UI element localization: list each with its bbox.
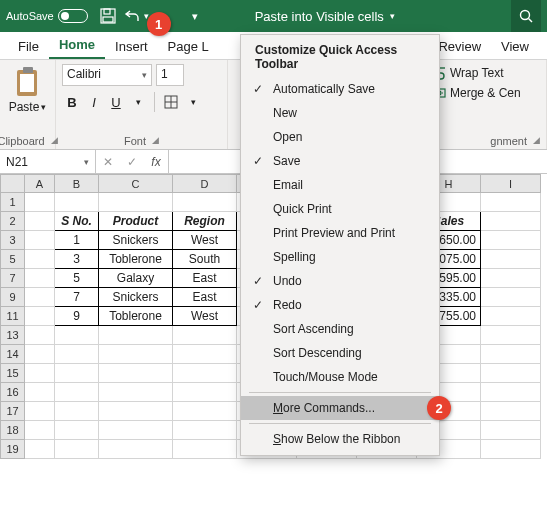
row-header[interactable]: 1: [1, 193, 25, 212]
paste-button[interactable]: Paste▾: [6, 64, 49, 114]
cell[interactable]: [99, 402, 173, 421]
cell[interactable]: [99, 383, 173, 402]
cell[interactable]: [173, 440, 237, 459]
bold-button[interactable]: B: [62, 92, 82, 112]
cell[interactable]: [481, 212, 541, 231]
cell[interactable]: [481, 421, 541, 440]
cell[interactable]: Galaxy: [99, 269, 173, 288]
qat-menu-item[interactable]: New: [241, 101, 439, 125]
cell[interactable]: Snickers: [99, 288, 173, 307]
cell[interactable]: 9: [55, 307, 99, 326]
cell[interactable]: [25, 250, 55, 269]
cell[interactable]: [481, 307, 541, 326]
row-header[interactable]: 16: [1, 383, 25, 402]
border-dd-icon[interactable]: ▾: [183, 92, 203, 112]
qat-menu-item[interactable]: Touch/Mouse Mode: [241, 365, 439, 389]
cell[interactable]: [25, 212, 55, 231]
row-header[interactable]: 7: [1, 269, 25, 288]
tab-page-layout[interactable]: Page L: [158, 35, 219, 59]
cell[interactable]: [25, 421, 55, 440]
row-header[interactable]: 5: [1, 250, 25, 269]
qat-menu-item[interactable]: ✓Save: [241, 149, 439, 173]
fx-icon[interactable]: fx: [144, 155, 168, 169]
cell[interactable]: [25, 231, 55, 250]
cell[interactable]: Toblerone: [99, 250, 173, 269]
cell[interactable]: [25, 269, 55, 288]
qat-menu-item[interactable]: Quick Print: [241, 197, 439, 221]
col-header[interactable]: B: [55, 175, 99, 193]
cell[interactable]: [173, 421, 237, 440]
cell[interactable]: [25, 440, 55, 459]
name-box[interactable]: N21 ▾: [0, 150, 96, 173]
tab-home[interactable]: Home: [49, 33, 105, 59]
cell[interactable]: 7: [55, 288, 99, 307]
qat-menu-item[interactable]: ✓Undo: [241, 269, 439, 293]
qat-customize-icon[interactable]: ▾: [186, 7, 204, 25]
font-launcher-icon[interactable]: ◢: [152, 135, 159, 147]
cell[interactable]: 1: [55, 231, 99, 250]
qat-menu-item[interactable]: Email: [241, 173, 439, 197]
col-header[interactable]: D: [173, 175, 237, 193]
qat-menu-item[interactable]: Open: [241, 125, 439, 149]
font-size-select[interactable]: 1: [156, 64, 184, 86]
cell[interactable]: [481, 364, 541, 383]
namebox-dd-icon[interactable]: ▾: [84, 157, 89, 167]
row-header[interactable]: 19: [1, 440, 25, 459]
col-header[interactable]: I: [481, 175, 541, 193]
border-button[interactable]: [161, 92, 181, 112]
cell[interactable]: [55, 364, 99, 383]
row-header[interactable]: 13: [1, 326, 25, 345]
cell[interactable]: Snickers: [99, 231, 173, 250]
cell[interactable]: [25, 326, 55, 345]
tab-insert[interactable]: Insert: [105, 35, 158, 59]
cell[interactable]: [481, 288, 541, 307]
qat-show-below-ribbon[interactable]: Show Below the Ribbon: [241, 427, 439, 451]
alignment-launcher-icon[interactable]: ◢: [533, 135, 540, 147]
row-header[interactable]: 2: [1, 212, 25, 231]
cell[interactable]: [173, 402, 237, 421]
cell[interactable]: Product: [99, 212, 173, 231]
cell[interactable]: [481, 193, 541, 212]
cell[interactable]: [481, 326, 541, 345]
cell[interactable]: [99, 193, 173, 212]
cell[interactable]: [99, 421, 173, 440]
cell[interactable]: [173, 383, 237, 402]
cell[interactable]: [25, 364, 55, 383]
italic-button[interactable]: I: [84, 92, 104, 112]
cell[interactable]: [55, 421, 99, 440]
underline-dd-icon[interactable]: ▾: [128, 92, 148, 112]
cell[interactable]: [25, 383, 55, 402]
cell[interactable]: Toblerone: [99, 307, 173, 326]
cell[interactable]: 3: [55, 250, 99, 269]
cell[interactable]: [481, 231, 541, 250]
row-header[interactable]: 3: [1, 231, 25, 250]
cell[interactable]: [25, 193, 55, 212]
cell[interactable]: [99, 326, 173, 345]
cell[interactable]: [25, 307, 55, 326]
cell[interactable]: [481, 402, 541, 421]
enter-formula-icon[interactable]: ✓: [120, 155, 144, 169]
row-header[interactable]: 17: [1, 402, 25, 421]
autosave-toggle[interactable]: AutoSave: [6, 9, 88, 23]
autosave-switch[interactable]: [58, 9, 88, 23]
cell[interactable]: [55, 440, 99, 459]
cell[interactable]: [173, 193, 237, 212]
qat-menu-item[interactable]: ✓Automatically Save: [241, 77, 439, 101]
cell[interactable]: [173, 345, 237, 364]
cell[interactable]: East: [173, 288, 237, 307]
cell[interactable]: [481, 269, 541, 288]
cell[interactable]: [55, 345, 99, 364]
row-header[interactable]: 11: [1, 307, 25, 326]
cell[interactable]: 5: [55, 269, 99, 288]
cell[interactable]: [55, 326, 99, 345]
cell[interactable]: [99, 440, 173, 459]
merge-center-button[interactable]: Merge & Cen: [430, 86, 540, 100]
row-header[interactable]: 18: [1, 421, 25, 440]
cell[interactable]: Region: [173, 212, 237, 231]
cell[interactable]: West: [173, 307, 237, 326]
search-icon[interactable]: [511, 0, 541, 32]
qat-menu-item[interactable]: Sort Ascending: [241, 317, 439, 341]
cell[interactable]: [481, 383, 541, 402]
row-header[interactable]: 9: [1, 288, 25, 307]
cell[interactable]: [25, 345, 55, 364]
